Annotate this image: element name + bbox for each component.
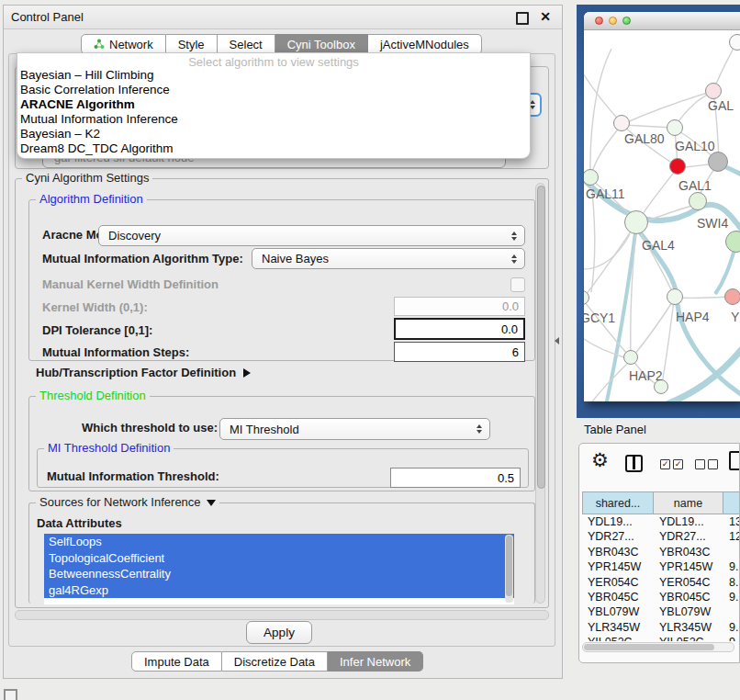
network-node[interactable] [708, 152, 728, 172]
kernel-width-label: Kernel Width (0,1): [42, 300, 148, 315]
network-node-swi4[interactable] [689, 192, 707, 210]
table-row[interactable]: YPR145WYPR145W9. [582, 559, 740, 574]
panel-divider-collapse-icon[interactable] [555, 337, 559, 344]
tab-label: Infer Network [340, 655, 410, 669]
dpi-tolerance-input[interactable] [394, 318, 525, 340]
manual-kernel-checkbox[interactable] [510, 277, 525, 292]
algorithm-option-bayesian-hill-climbing[interactable]: Bayesian – Hill Climbing [17, 68, 530, 83]
sources-title[interactable]: Sources for Network Inference [36, 495, 219, 509]
close-traffic-light-icon[interactable] [595, 17, 603, 25]
collapse-down-icon[interactable] [207, 500, 216, 506]
tab-style[interactable]: Style [166, 34, 218, 54]
table-cell: 8. [723, 575, 740, 590]
network-node-gal10[interactable] [667, 119, 683, 136]
panel-title: Control Panel [11, 10, 84, 24]
new-table-icon[interactable] [729, 451, 740, 470]
kernel-width-input[interactable] [394, 297, 525, 316]
network-canvas[interactable]: GALGAL80GAL10GAL1GAL11SWI4GAL4GCY1HAP4YH… [584, 30, 740, 401]
which-threshold-combo[interactable]: MI Threshold [219, 418, 490, 440]
scrollbar-thumb[interactable] [506, 536, 512, 596]
table-horizontal-scrollbar[interactable] [582, 642, 734, 652]
table-row[interactable]: YBL079WYBL079W [582, 604, 740, 619]
minimize-traffic-light-icon[interactable] [609, 17, 617, 25]
hub-definition-section[interactable]: Hub/Transcription Factor Definition [36, 366, 251, 380]
docked-panel-icon[interactable] [4, 689, 17, 700]
node-label-gal1: GAL1 [678, 178, 712, 193]
data-attributes-list[interactable]: SelfLoopsTopologicalCoefficientBetweenne… [44, 534, 514, 604]
table-row[interactable]: YLR345WYLR345W9. [582, 620, 740, 635]
network-node-gal80[interactable] [613, 115, 630, 131]
tab-cyni-toolbox[interactable]: Cyni Toolbox [275, 34, 368, 54]
table-row[interactable]: YBR043CYBR043C [582, 545, 740, 559]
combo-arrows-icon [472, 424, 487, 434]
checked-box-icon [660, 459, 670, 469]
network-node-hap2[interactable] [623, 350, 638, 365]
tab-network[interactable]: Network [81, 34, 166, 54]
unchecked-box-icon [695, 459, 705, 469]
tab-label: Impute Data [144, 655, 209, 669]
algorithm-option-bayesian-k2[interactable]: Bayesian – K2 [17, 127, 530, 141]
table-cell: 13 [723, 514, 740, 529]
mi-threshold-label: Mutual Information Threshold: [47, 469, 219, 484]
table-cell: YIL052C [582, 635, 654, 641]
scrollbar-thumb[interactable] [537, 186, 545, 489]
network-node[interactable] [729, 34, 740, 51]
data-attribute-gal4rgexp[interactable]: gal4RGexp [44, 582, 514, 599]
node-label-hap4: HAP4 [676, 310, 710, 324]
algorithm-option-mutual-information-inference[interactable]: Mutual Information Inference [17, 112, 530, 127]
table-cell: 12 [723, 529, 740, 544]
network-node-gal[interactable] [705, 83, 722, 99]
network-node-gal4[interactable] [624, 210, 648, 234]
tab-discretize-data[interactable]: Discretize Data [222, 651, 328, 672]
zoom-traffic-light-icon[interactable] [622, 17, 631, 25]
columns-icon[interactable] [625, 455, 643, 472]
tab-impute-data[interactable]: Impute Data [131, 651, 222, 672]
table-cell: YDL19... [582, 514, 654, 529]
attributes-scrollbar[interactable] [505, 535, 513, 603]
algorithm-option-basic-correlation-inference[interactable]: Basic Correlation Inference [17, 83, 530, 97]
network-window: GALGAL80GAL10GAL1GAL11SWI4GAL4GCY1HAP4YH… [584, 12, 740, 401]
aracne-mode-value: Discovery [99, 229, 507, 243]
apply-label: Apply [263, 626, 295, 639]
tab-label: Network [109, 38, 153, 51]
network-node-hap4[interactable] [667, 288, 683, 305]
table-row[interactable]: YBR045CYBR045C9. [582, 590, 740, 604]
expand-right-icon[interactable] [243, 368, 251, 378]
gear-icon[interactable]: ⚙ [591, 449, 609, 471]
show-columns-icon[interactable] [660, 459, 683, 469]
tab-infer-network[interactable]: Infer Network [328, 651, 423, 672]
tab-jactivemnodules[interactable]: jActiveMNodules [368, 34, 482, 54]
table-row[interactable]: YDR27...YDR27...12 [582, 529, 740, 544]
mi-threshold-definition-group: MI Threshold Definition Mutual Informati… [37, 448, 529, 488]
table-row[interactable]: YDL19...YDL19...13 [582, 514, 740, 529]
algorithm-option-aracne-algorithm[interactable]: ARACNE Algorithm [17, 97, 530, 112]
data-attribute-topologicalcoefficient[interactable]: TopologicalCoefficient [44, 550, 514, 567]
tab-label: jActiveMNodules [380, 38, 469, 51]
float-window-icon[interactable] [516, 12, 529, 25]
close-icon[interactable] [540, 9, 551, 24]
aracne-mode-combo[interactable]: Discovery [98, 225, 525, 246]
network-node-y[interactable] [724, 288, 740, 305]
mi-steps-input[interactable] [394, 342, 525, 362]
table-cell [723, 545, 740, 559]
algorithm-option-dream8-dc-tdc-algorithm[interactable]: Dream8 DC_TDC Algorithm [17, 141, 530, 156]
hide-columns-icon[interactable] [695, 459, 718, 469]
column-header-clipped[interactable] [723, 491, 740, 514]
tab-select[interactable]: Select [218, 34, 275, 54]
column-header-shared-name[interactable]: shared... [582, 491, 654, 514]
mi-threshold-input[interactable] [390, 468, 521, 488]
table-row[interactable]: YER054CYER054C8. [582, 575, 740, 590]
scrollbar-thumb[interactable] [584, 644, 714, 650]
settings-vertical-scrollbar[interactable] [535, 183, 545, 604]
data-attribute-selfloops[interactable]: SelfLoops [44, 534, 514, 550]
apply-button[interactable]: Apply [246, 621, 312, 644]
network-window-titlebar[interactable] [584, 12, 740, 30]
data-attribute-betweennesscentrality[interactable]: BetweennessCentrality [44, 566, 514, 582]
network-node-gal1[interactable] [669, 158, 686, 175]
settings-horizontal-scrollbar[interactable] [15, 610, 549, 620]
mi-type-value: Naive Bayes [252, 252, 507, 265]
mi-type-combo[interactable]: Naive Bayes [252, 248, 525, 269]
column-header-name[interactable]: name [654, 491, 723, 514]
table-row[interactable]: YIL052CYIL052C9 [582, 635, 740, 641]
which-threshold-label: Which threshold to use: [82, 421, 218, 435]
